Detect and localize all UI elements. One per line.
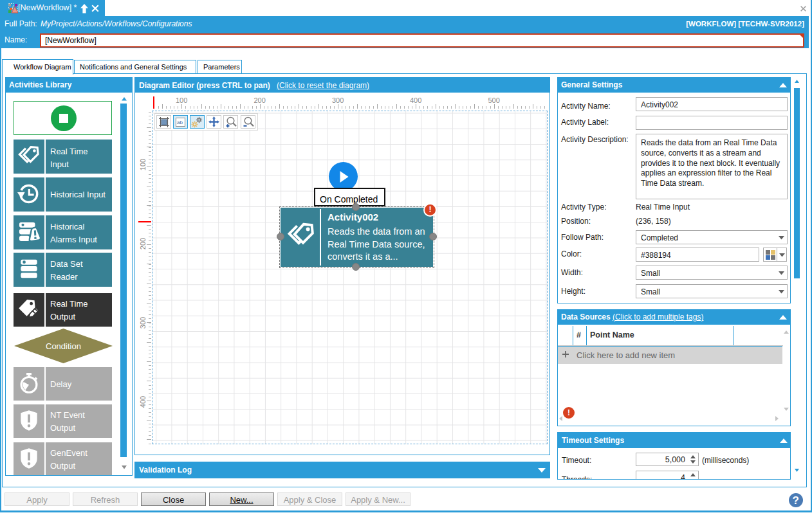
svg-text:ab: ab <box>177 120 183 125</box>
